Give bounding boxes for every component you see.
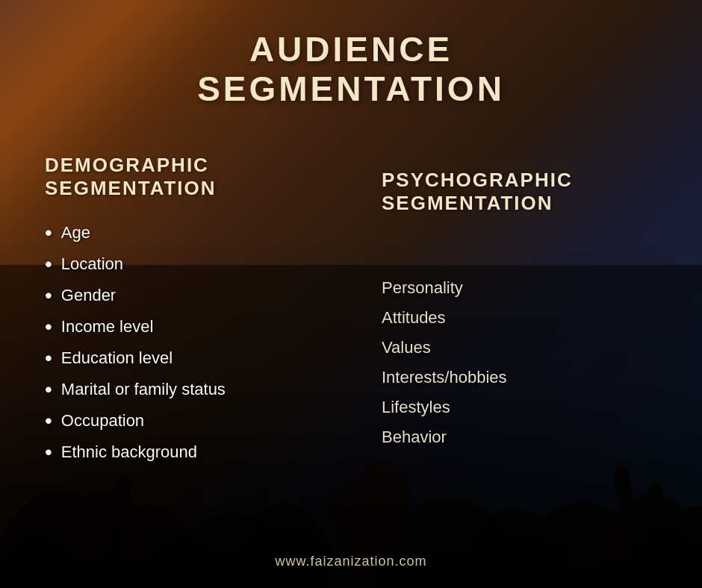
list-item: Lifestyles [382, 398, 657, 417]
title-line2: SEGMENTATION [197, 69, 505, 108]
list-item: Income level [45, 316, 320, 337]
demographic-column: DEMOGRAPHIC SEGMENTATION Age Location Ge… [45, 154, 320, 473]
list-item: Ethnic background [45, 442, 320, 463]
psychographic-heading-line1: PSYCHOGRAPHIC [382, 169, 573, 191]
title-section: AUDIENCE SEGMENTATION [45, 30, 657, 109]
list-item: Gender [45, 285, 320, 306]
main-content: AUDIENCE SEGMENTATION DEMOGRAPHIC SEGMEN… [0, 0, 702, 588]
list-item: Attitudes [382, 308, 657, 328]
psychographic-heading-line2: SEGMENTATION [382, 192, 553, 214]
main-title: AUDIENCE SEGMENTATION [45, 30, 657, 109]
title-line1: AUDIENCE [249, 30, 453, 69]
list-item: Marital or family status [45, 379, 320, 400]
psychographic-title: PSYCHOGRAPHIC SEGMENTATION [382, 169, 657, 215]
demographic-heading-line2: SEGMENTATION [45, 177, 217, 199]
columns: DEMOGRAPHIC SEGMENTATION Age Location Ge… [45, 154, 657, 473]
list-item: Location [45, 254, 320, 275]
psychographic-column: PSYCHOGRAPHIC SEGMENTATION Personality A… [382, 154, 657, 473]
background: AUDIENCE SEGMENTATION DEMOGRAPHIC SEGMEN… [0, 0, 702, 588]
list-item: Occupation [45, 410, 320, 431]
demographic-list: Age Location Gender Income level Educati… [45, 222, 320, 463]
psychographic-list: Personality Attitudes Values Interests/h… [382, 278, 657, 447]
demographic-title: DEMOGRAPHIC SEGMENTATION [45, 154, 320, 200]
list-item: Education level [45, 348, 320, 369]
list-item: Interests/hobbies [382, 368, 657, 387]
list-item: Values [382, 338, 657, 357]
list-item: Behavior [382, 428, 657, 447]
demographic-heading-line1: DEMOGRAPHIC [45, 154, 209, 176]
footer: www.faizanization.com [0, 554, 702, 569]
footer-url: www.faizanization.com [275, 554, 426, 569]
list-item: Age [45, 222, 320, 243]
list-item: Personality [382, 278, 657, 298]
